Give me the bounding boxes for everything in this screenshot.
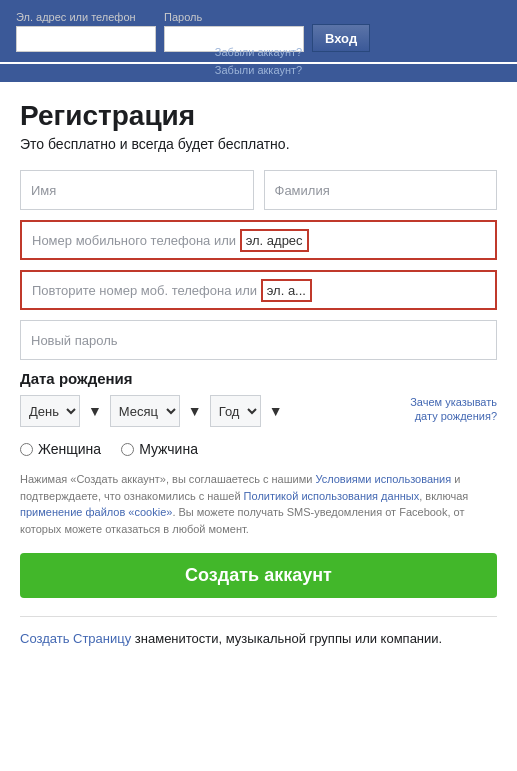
privacy-link[interactable]: Политикой использования данных	[244, 490, 420, 502]
terms-link[interactable]: Условиями использования	[315, 473, 451, 485]
repeat-phone-placeholder-main: Повторите номер моб. телефона или	[32, 283, 257, 298]
terms-text: Нажимая «Создать аккаунт», вы соглашаете…	[20, 471, 497, 537]
email-field-group: Эл. адрес или телефон	[16, 11, 156, 52]
phone-placeholder-main: Номер мобильного телефона или	[32, 233, 236, 248]
phone-email-highlight: эл. адрес	[240, 229, 309, 252]
dob-row: День ▼ Месяц ▼ Год ▼ Зачем указывать дат…	[20, 395, 497, 427]
dob-day-arrow: ▼	[88, 403, 102, 419]
forgot-link[interactable]: Забыли аккаунт?	[0, 64, 517, 76]
dob-year-arrow: ▼	[269, 403, 283, 419]
gender-female-radio[interactable]	[20, 443, 33, 456]
main-content: Регистрация Это бесплатно и всегда будет…	[0, 82, 517, 666]
phone-row: Номер мобильного телефона или эл. адрес	[20, 220, 497, 260]
repeat-phone-input-wrap[interactable]: Повторите номер моб. телефона или эл. а.…	[20, 270, 497, 310]
create-page-suffix: знаменитости, музыкальной группы или ком…	[131, 631, 442, 646]
dob-month-select[interactable]: Месяц	[110, 395, 180, 427]
gender-row: Женщина Мужчина	[20, 441, 497, 457]
gender-female-label[interactable]: Женщина	[20, 441, 101, 457]
repeat-phone-email-highlight: эл. а...	[261, 279, 312, 302]
registration-subtitle: Это бесплатно и всегда будет бесплатно.	[20, 136, 497, 152]
create-account-button[interactable]: Создать аккаунт	[20, 553, 497, 598]
dob-day-select[interactable]: День	[20, 395, 80, 427]
create-page-link[interactable]: Создать Страницу	[20, 631, 131, 646]
name-row	[20, 170, 497, 210]
new-password-row	[20, 320, 497, 360]
gender-male-text: Мужчина	[139, 441, 198, 457]
dob-year-select[interactable]: Год	[210, 395, 261, 427]
login-button[interactable]: Вход	[312, 24, 370, 52]
email-input[interactable]	[16, 26, 156, 52]
phone-placeholder-text: Номер мобильного телефона или эл. адрес	[22, 229, 495, 252]
gender-male-label[interactable]: Мужчина	[121, 441, 198, 457]
forgot-link[interactable]: Забыли аккаунт?	[215, 46, 302, 58]
last-name-input[interactable]	[264, 170, 498, 210]
first-name-input[interactable]	[20, 170, 254, 210]
new-password-input[interactable]	[20, 320, 497, 360]
dob-label: Дата рождения	[20, 370, 497, 387]
gender-female-text: Женщина	[38, 441, 101, 457]
cookie-link[interactable]: применение файлов «cookie»	[20, 506, 172, 518]
repeat-phone-placeholder-text: Повторите номер моб. телефона или эл. а.…	[22, 279, 495, 302]
why-dob-link[interactable]: Зачем указывать дату рождения?	[407, 395, 497, 424]
password-label: Пароль	[164, 11, 304, 23]
registration-title: Регистрация	[20, 100, 497, 132]
gender-male-radio[interactable]	[121, 443, 134, 456]
dob-month-arrow: ▼	[188, 403, 202, 419]
header: Эл. адрес или телефон Пароль Вход Забыли…	[0, 0, 517, 62]
phone-input-wrap[interactable]: Номер мобильного телефона или эл. адрес	[20, 220, 497, 260]
create-page-section: Создать Страницу знаменитости, музыкальн…	[20, 631, 497, 646]
repeat-phone-row: Повторите номер моб. телефона или эл. а.…	[20, 270, 497, 310]
email-label: Эл. адрес или телефон	[16, 11, 156, 23]
divider	[20, 616, 497, 617]
